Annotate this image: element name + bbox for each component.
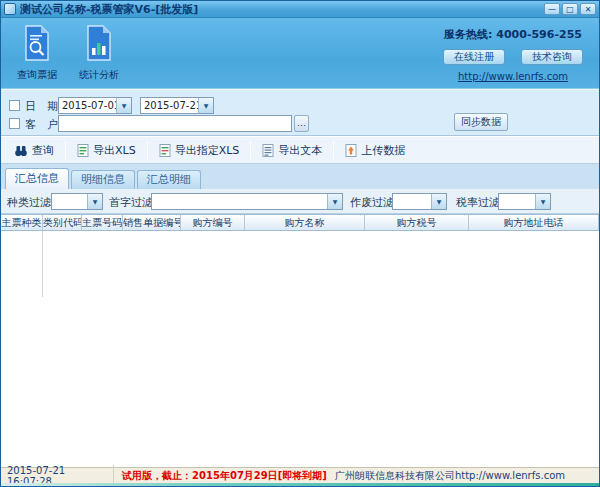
minimize-button[interactable]: — xyxy=(544,3,560,15)
column-header-buyer-address-tel[interactable]: 购方地址电话 xyxy=(469,215,599,231)
kind-filter-label: 种类过滤 xyxy=(7,195,51,210)
void-filter-label: 作废过滤 xyxy=(350,195,394,210)
export-text-label: 导出文本 xyxy=(278,143,322,158)
status-time: 2015-07-21 16:07:28 xyxy=(5,465,114,487)
date-to-dropdown-arrow-icon[interactable]: ▼ xyxy=(198,98,213,113)
column-header-sales-doc-no[interactable]: 销售单据编号 xyxy=(123,215,181,231)
hotline-label: 服务热线: xyxy=(444,28,492,41)
column-header-buyer-tax-no[interactable]: 购方税号 xyxy=(365,215,469,231)
initial-filter-value xyxy=(152,194,327,209)
filter-bar: 种类过滤 ▼ 首字过滤 ▼ 作废过滤 ▼ 税率过滤 ▼ xyxy=(1,189,599,214)
grid-body xyxy=(1,231,599,467)
column-header-buyer-no[interactable]: 购方编号 xyxy=(181,215,245,231)
tax-filter-combo[interactable]: ▼ xyxy=(498,193,551,210)
upload-data-button[interactable]: 上传数据 xyxy=(338,141,412,160)
tab-detail-info[interactable]: 明细信息 xyxy=(71,170,135,189)
xls-file-icon xyxy=(159,144,171,157)
grid-header: 主票种类 类别代码 主票号码 销售单据编号 购方编号 购方名称 购方税号 购方地… xyxy=(1,214,599,231)
status-bar: 2015-07-21 16:07:28 试用版，截止：2015年07月29日[即… xyxy=(1,467,599,486)
sync-data-button[interactable]: 同步数据 xyxy=(454,113,508,131)
export-named-xls-button[interactable]: 导出指定XLS xyxy=(152,141,247,160)
statistics-label: 统计分析 xyxy=(79,69,119,80)
kind-filter-value xyxy=(52,194,87,209)
online-register-button[interactable]: 在线注册 xyxy=(443,49,505,65)
statistics-button[interactable]: 统计分析 xyxy=(71,23,127,85)
upload-icon xyxy=(345,144,357,157)
app-window: 测试公司名称-税票管家V6-[批发版] — □ ✕ 查询票据 xyxy=(0,0,600,487)
kind-filter-combo[interactable]: ▼ xyxy=(51,193,103,210)
tab-summary-info[interactable]: 汇总信息 xyxy=(5,168,69,189)
document-search-icon xyxy=(22,24,52,62)
website-link[interactable]: http://www.lenrfs.com xyxy=(433,71,593,82)
hotline: 服务热线: 4000-596-255 xyxy=(433,27,593,42)
window-title: 测试公司名称-税票管家V6-[批发版] xyxy=(20,2,544,17)
date-to-combo[interactable]: 2015-07-21 ▼ xyxy=(140,97,214,114)
export-xls-button[interactable]: 导出XLS xyxy=(70,141,143,160)
export-named-xls-label: 导出指定XLS xyxy=(175,143,240,158)
date-from-dropdown-arrow-icon[interactable]: ▼ xyxy=(116,98,131,113)
export-xls-label: 导出XLS xyxy=(93,143,136,158)
upload-data-label: 上传数据 xyxy=(361,143,405,158)
action-bar: 查询 导出XLS 导出指定XLS xyxy=(1,136,599,164)
column-header-main-ticket-no[interactable]: 主票号码 xyxy=(82,215,123,231)
tab-summary-detail[interactable]: 汇总明细 xyxy=(137,170,201,189)
customer-label: 客 户 xyxy=(25,117,58,132)
search-button-label: 查询 xyxy=(32,143,54,158)
tax-filter-value xyxy=(499,194,535,209)
tax-filter-label: 税率过滤 xyxy=(456,195,500,210)
customer-lookup-button[interactable]: … xyxy=(294,115,309,132)
text-file-icon xyxy=(262,144,274,157)
column-header-buyer-name[interactable]: 购方名称 xyxy=(245,215,365,231)
column-header-main-ticket-type[interactable]: 主票种类 xyxy=(1,215,43,231)
maximize-button[interactable]: □ xyxy=(562,3,578,15)
toolbar-separator xyxy=(333,141,334,159)
toolbar-separator xyxy=(65,141,66,159)
ribbon-toolbar: 查询票据 统计分析 服务热线: 4000-596-255 在线注册 技术咨询 h… xyxy=(1,18,599,89)
tax-filter-arrow-icon[interactable]: ▼ xyxy=(535,194,550,209)
customer-value xyxy=(59,116,291,131)
query-panel: 日 期 2015-07-01 ▼ 2015-07-21 ▼ 客 户 … 同步数据 xyxy=(1,89,599,136)
initial-filter-arrow-icon[interactable]: ▼ xyxy=(327,194,342,209)
trial-notice: 试用版，截止：2015年07月29日[即将到期] xyxy=(114,469,335,483)
document-chart-icon xyxy=(84,24,114,62)
kind-filter-arrow-icon[interactable]: ▼ xyxy=(87,194,102,209)
void-filter-value xyxy=(393,194,431,209)
date-from-combo[interactable]: 2015-07-01 ▼ xyxy=(58,97,132,114)
toolbar-separator xyxy=(147,141,148,159)
customer-checkbox[interactable] xyxy=(9,118,20,129)
initial-filter-combo[interactable]: ▼ xyxy=(151,193,343,210)
hotline-number: 4000-596-255 xyxy=(496,28,582,41)
search-button[interactable]: 查询 xyxy=(7,141,61,160)
query-invoices-button[interactable]: 查询票据 xyxy=(9,23,65,85)
close-button[interactable]: ✕ xyxy=(580,3,596,15)
tech-support-button[interactable]: 技术咨询 xyxy=(521,49,583,65)
date-checkbox[interactable] xyxy=(9,100,20,111)
date-label: 日 期 xyxy=(25,99,58,114)
initial-filter-label: 首字过滤 xyxy=(109,195,153,210)
company-link[interactable]: 广州朗联信息科技有限公司http://www.lenrfs.com xyxy=(335,469,565,483)
tab-strip: 汇总信息 明细信息 汇总明细 xyxy=(1,164,599,189)
export-text-button[interactable]: 导出文本 xyxy=(255,141,329,160)
void-filter-arrow-icon[interactable]: ▼ xyxy=(431,194,446,209)
app-icon xyxy=(4,3,16,15)
column-header-category-code[interactable]: 类别代码 xyxy=(43,215,82,231)
grid-column-line xyxy=(42,231,43,297)
title-bar: 测试公司名称-税票管家V6-[批发版] — □ ✕ xyxy=(1,1,599,18)
query-invoices-label: 查询票据 xyxy=(17,69,57,80)
xls-file-icon xyxy=(77,144,89,157)
customer-input[interactable] xyxy=(58,115,292,132)
date-to-value: 2015-07-21 xyxy=(141,98,198,113)
toolbar-separator xyxy=(250,141,251,159)
date-from-value: 2015-07-01 xyxy=(59,98,116,113)
void-filter-combo[interactable]: ▼ xyxy=(392,193,447,210)
binoculars-icon xyxy=(14,144,28,157)
